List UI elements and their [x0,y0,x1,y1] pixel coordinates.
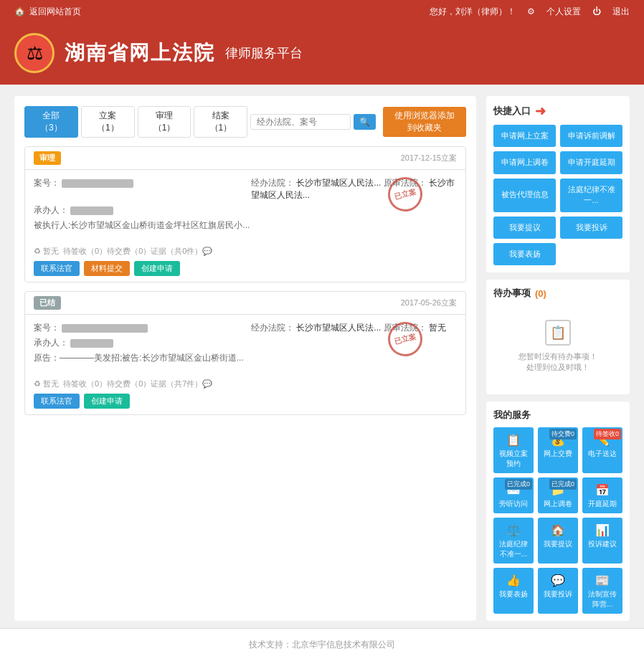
pending-empty-icon: 📋 [545,320,571,346]
quick-entry-title: 快捷入口 ➜ [493,103,622,119]
services-grid: 📋 视频立案 预约 待交费0 💰 网上交费 待签收0 ✏️ 电子送达 已完成0 … [493,427,622,614]
payment-label: 网上交费 [544,449,572,459]
main-content: 全部（3） 立案（1） 审理（1） 结案（1） 🔍 使用浏览器添加到收藏夹 审理… [0,85,644,628]
quick-entry-label: 快捷入口 [493,105,531,118]
add-favorite-button[interactable]: 使用浏览器添加到收藏夹 [383,107,466,137]
case-no-blurred [62,179,133,188]
quick-btn-delay[interactable]: 申请开庭延期 [560,151,622,173]
search-button[interactable]: 🔍 [354,114,376,130]
search-input[interactable] [250,114,351,130]
case-body-2: 案号： 经办法院： 长沙市望城区人民法... 原审法院： 暂无 承办人： [25,315,465,376]
pending-empty: 📋 您暂时没有待办事项！处理到位及时哦！ [493,305,622,387]
court-value-2: 长沙市望城区人民法... [296,323,381,333]
complaint-suggest-icon: 📊 [595,523,610,537]
contact-judge-btn-2[interactable]: 联系法官 [34,394,80,409]
court-value: 长沙市望城区人民法... [296,178,381,188]
contact-judge-btn[interactable]: 联系法官 [34,261,80,276]
case-card: 审理 2017-12-15立案 案号： 经办法院： 长沙市望城区人民法... 原… [24,146,466,282]
case-status-text-2: 待签收（0）待交费（0）证据（共7件）💬 [63,379,212,389]
logout-link[interactable]: 退出 [612,6,630,18]
tabs-row: 全部（3） 立案（1） 审理（1） 结案（1） 🔍 使用浏览器添加到收藏夹 [24,106,466,138]
tab-filing[interactable]: 立案（1） [81,106,135,138]
service-complain[interactable]: 💬 我要投诉 [538,568,578,614]
legal-publicity-icon: 📰 [595,574,610,587]
case-no-blurred-2 [62,324,148,333]
settings-link[interactable]: 个人设置 [546,6,581,18]
service-video-filing[interactable]: 📋 视频立案 预约 [493,427,534,473]
tab-all[interactable]: 全部（3） [24,106,78,138]
submit-materials-btn[interactable]: 材料提交 [84,261,130,276]
delay-label: 开庭延期 [588,499,617,509]
complain-icon: 💬 [551,574,565,587]
service-electronic-delivery[interactable]: 待签收0 ✏️ 电子送达 [582,427,622,473]
payment-badge: 待交费0 [549,429,577,439]
quick-btn-rules[interactable]: 法庭纪律不准一... [560,179,622,212]
handler-blurred [70,206,113,215]
quick-btn-suggest[interactable]: 我要提议 [493,217,556,239]
case-footer: ♻ 暂无 待签收（0）待交费（0）证据（共0件）💬 联系法官 材料提交 创建申请 [25,243,465,282]
left-panel: 全部（3） 立案（1） 审理（1） 结案（1） 🔍 使用浏览器添加到收藏夹 审理… [14,96,476,621]
refresh-link[interactable]: ♻ 暂无 [34,246,59,257]
hearing-label: 旁听访问 [499,499,528,509]
refresh-link-2[interactable]: ♻ 暂无 [34,379,59,389]
case-tag-closed: 已结 [34,296,61,310]
service-praise[interactable]: 👍 我要表扬 [493,568,534,614]
quick-btn-filing[interactable]: 申请网上立案 [493,125,556,147]
service-online-payment[interactable]: 待交费0 💰 网上交费 [538,427,578,473]
footer: 技术支持：北京华宇信息技术有限公司 [0,628,644,656]
site-subtitle: 律师服务平台 [225,44,303,62]
rules-icon: ⚖️ [506,523,521,537]
logout-icon: ⏻ [592,6,601,16]
praise-icon: 👍 [506,574,521,587]
pending-count: (0) [535,288,546,299]
case-card: 已结 2017-05-26立案 案号： 经办法院： 长沙市望城区人民法... 原… [24,291,466,415]
arrow-icon: ➜ [535,103,546,119]
pending-label: 待办事项 [493,287,531,300]
quick-btns-grid: 申请网上立案 申请诉前调解 申请网上调卷 申请开庭延期 被告代理信息 法庭纪律不… [493,125,622,265]
complain-label: 我要投诉 [544,589,572,599]
logo: ⚖ [14,33,55,73]
service-suggest[interactable]: 🏠 我要提议 [538,518,578,564]
case-date-2: 2017-05-26立案 [401,298,457,308]
case-header: 已结 2017-05-26立案 [25,292,465,315]
case-parties: 被执行人:长沙市望城区金山桥街道金坪社区红旗居民小... [34,219,457,232]
case-parties-2: 原告：————美发招;被告:长沙市望城区金山桥街道... [34,352,457,364]
suggest-icon: 🏠 [551,523,565,537]
create-application-btn[interactable]: 创建申请 [134,261,180,276]
case-footer-2: ♻ 暂无 待签收（0）待交费（0）证据（共7件）💬 联系法官 创建申请 [25,376,465,414]
service-online-transfer[interactable]: 已完成0 📁 网上调卷 [538,477,578,513]
right-panel: 快捷入口 ➜ 申请网上立案 申请诉前调解 申请网上调卷 申请开庭延期 被告代理信… [486,96,630,621]
my-services-box: 我的服务 📋 视频立案 预约 待交费0 💰 网上交费 待签收0 ✏️ 电子送达 [486,401,630,621]
court-label-2: 经办法院： [251,323,294,333]
case-no-label: 案号： [34,178,60,188]
quick-btn-mediation[interactable]: 申请诉前调解 [560,125,622,147]
transfer-badge: 已完成0 [549,479,577,490]
case-tag: 审理 [34,151,61,165]
quick-btn-complain[interactable]: 我要投诉 [560,217,622,239]
tab-closed[interactable]: 结案（1） [194,106,247,138]
service-hearing-visit[interactable]: 已完成0 ✉️ 旁听访问 [493,477,534,513]
service-legal-publicity[interactable]: 📰 法制宣传 阵营... [582,568,622,614]
footer-text: 技术支持：北京华宇信息技术有限公司 [249,640,395,650]
quick-btn-defendant[interactable]: 被告代理信息 [493,179,556,212]
pending-empty-text: 您暂时没有待办事项！处理到位及时哦！ [518,351,597,373]
case-status-row: ♻ 暂无 待签收（0）待交费（0）证据（共0件）💬 [34,246,457,257]
service-court-rules[interactable]: ⚖️ 法庭纪律 不准一... [493,518,534,564]
service-court-delay[interactable]: 📅 开庭延期 [582,477,622,513]
settings-icon: ⚙ [527,6,535,16]
handler-blurred-2 [70,339,113,348]
quick-btn-transfer[interactable]: 申请网上调卷 [493,151,556,173]
home-link[interactable]: 返回网站首页 [29,6,81,18]
logo-icon: ⚖ [27,42,43,65]
tab-trial[interactable]: 审理（1） [138,106,191,138]
rules-label: 法庭纪律 不准一... [495,539,532,559]
delivery-badge: 待签收0 [594,429,621,439]
handler-label-2: 承办人： [34,338,68,348]
service-complaint-suggest[interactable]: 📊 投诉建议 [582,518,622,564]
create-application-btn-2[interactable]: 创建申请 [84,394,130,409]
quick-btn-praise[interactable]: 我要表扬 [493,243,556,265]
suggest-label: 我要提议 [544,539,572,549]
court-label: 经办法院： [251,178,294,188]
greeting-text: 您好，刘洋（律师）！ [430,6,516,18]
case-date: 2017-12-15立案 [401,153,457,163]
